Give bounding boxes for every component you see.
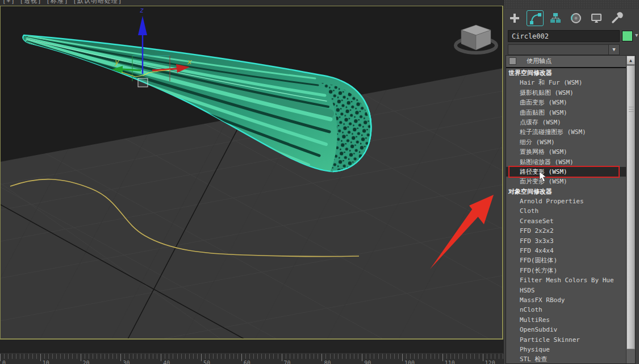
modifier-list-item[interactable]: 摄影机贴图 (WSM) [506, 88, 626, 98]
modify-curve-icon [529, 12, 541, 24]
tab-motion[interactable] [567, 10, 584, 26]
modifier-list-item[interactable]: HSDS [506, 286, 626, 295]
tab-modify[interactable] [527, 10, 544, 26]
timeline-major-ticks [0, 354, 503, 361]
modifier-list-item[interactable]: FFD 4x4x4 [506, 246, 626, 256]
modifier-list-item[interactable]: OpenSubdiv [506, 325, 626, 334]
use-pivot-row[interactable]: 使用轴点 [506, 56, 626, 67]
plus-icon [508, 12, 521, 24]
modifier-list-item[interactable]: Hair 和 Fur (WSM) [506, 78, 626, 87]
modifier-list-item[interactable]: FFD(圆柱体) [506, 256, 626, 265]
tab-utilities[interactable] [608, 10, 625, 26]
command-panel: ▼ ▼ 使用轴点 世界空间修改器Hair 和 Fur (WSM)摄影机贴图 (W… [503, 0, 639, 364]
motion-icon [570, 12, 582, 24]
modifier-list-item[interactable]: MassFX RBody [506, 295, 626, 305]
object-color-swatch[interactable] [622, 31, 633, 41]
display-icon [590, 12, 603, 24]
axis-z-label: z [140, 6, 144, 14]
modifier-list-item[interactable]: FFD 3x3x3 [506, 236, 626, 246]
scroll-up-icon[interactable]: ▲ [627, 56, 635, 65]
modifier-list-item[interactable]: FFD(长方体) [506, 266, 626, 275]
modifier-list-item[interactable]: Particle Skinner [506, 335, 626, 345]
tab-display[interactable] [588, 10, 605, 26]
modifier-list-item[interactable]: nCloth [506, 305, 626, 315]
modifier-list-item[interactable]: 曲面贴图 (WSM) [506, 108, 626, 118]
viewport-border [0, 6, 503, 6]
object-name-row: ▼ [508, 30, 637, 43]
highlight-box-annotation [508, 166, 620, 178]
modifier-list-item[interactable]: Cloth [506, 206, 626, 216]
chevron-down-icon[interactable]: ▼ [608, 45, 619, 55]
object-name-field[interactable] [508, 30, 620, 42]
modifier-list-item[interactable]: Physique [506, 345, 626, 354]
viewport-menu-strip[interactable]: [+] [透视] [标准] [默认明暗处理] [0, 0, 503, 6]
hierarchy-icon [549, 12, 562, 24]
modifier-list-item[interactable]: 粒子流碰撞图形 (WSM) [506, 127, 626, 137]
modifier-list-item[interactable]: CreaseSet [506, 216, 626, 226]
axis-x-label: x [187, 57, 192, 66]
scrollbar-thumb[interactable] [627, 65, 635, 349]
swatch-dropdown-icon[interactable]: ▼ [635, 32, 638, 38]
modifier-list-item[interactable]: Filter Mesh Colors By Hue [506, 275, 626, 285]
track-bar-gap [0, 340, 503, 352]
viewport-label: [+] [透视] [标准] [默认明暗处理] [2, 0, 122, 5]
tab-create[interactable] [506, 10, 523, 26]
modifier-list: 世界空间修改器Hair 和 Fur (WSM)摄影机贴图 (WSM)曲面变形 (… [506, 68, 626, 363]
tab-hierarchy[interactable] [547, 10, 564, 26]
modifier-list-item[interactable]: 点缓存 (WSM) [506, 118, 626, 127]
use-pivot-checkbox[interactable] [509, 57, 516, 65]
use-pivot-label: 使用轴点 [527, 56, 552, 67]
panel-drag-handle[interactable] [504, 0, 639, 9]
modifier-list-item[interactable]: 对象空间修改器 [506, 187, 626, 196]
modifier-list-item[interactable]: STL 检查 [506, 354, 626, 363]
modifier-list-item[interactable]: 细分 (WSM) [506, 137, 626, 147]
command-panel-tabs [506, 10, 637, 28]
viewport-3d[interactable]: x y z [0, 0, 503, 339]
wrench-icon [611, 12, 623, 24]
timeline-ruler[interactable]: 0102030405060708090100110120 [0, 352, 503, 364]
modifier-list-combo[interactable]: ▼ [508, 44, 620, 55]
scrollbar[interactable]: ▲ [626, 56, 635, 363]
axis-y-label: y [114, 57, 119, 66]
modifier-list-item[interactable]: 面片变形 (WSM) [506, 177, 626, 186]
modifier-list-item[interactable]: FFD 2x2x2 [506, 226, 626, 236]
modifier-list-item[interactable]: Arnold Properties [506, 196, 626, 206]
viewport-border [0, 6, 1, 339]
modifier-list-item[interactable]: 置换网格 (WSM) [506, 147, 626, 157]
3dsmax-window: x y z [+] [透视] [标准] [默认明暗处理] 01020304050… [0, 0, 639, 364]
modifier-list-item[interactable]: 世界空间修改器 [506, 68, 626, 78]
scrollbar-grip [629, 107, 634, 112]
modifier-list-item[interactable]: 曲面变形 (WSM) [506, 98, 626, 107]
modifier-list-item[interactable]: MultiRes [506, 315, 626, 325]
modifier-dropdown: 使用轴点 世界空间修改器Hair 和 Fur (WSM)摄影机贴图 (WSM)曲… [506, 55, 636, 364]
